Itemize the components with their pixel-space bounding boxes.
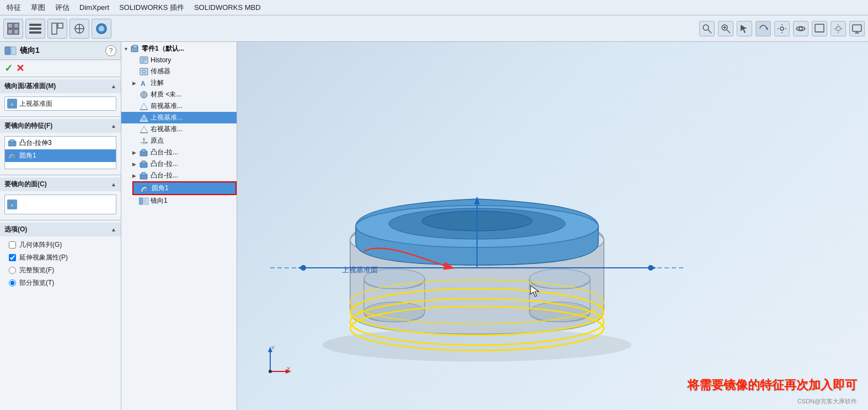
root-label: 零件1（默认... [142, 44, 184, 53]
svg-point-13 [99, 26, 104, 31]
svg-marker-53 [140, 103, 148, 110]
options-header[interactable]: 选项(O) ▲ [0, 223, 121, 236]
right-plane-icon [139, 125, 149, 134]
faces-section: 要镜向的面(C) ▲ [0, 175, 121, 220]
features-section: 要镜向的特征(F) ▲ 凸台-拉伸3 [0, 116, 121, 175]
viewport[interactable]: 上视基准面 将需要镜像的特征再次加入即可 CSDN@完客大厚软件 Y X [237, 42, 868, 410]
boss2-arrow: ▶ [132, 161, 139, 167]
boss-icon-0 [8, 139, 17, 147]
options-content: 几何体阵列(G) 延伸视象属性(P) 完整预览(F) 部分预览(T) [0, 236, 121, 292]
toolbar-pointer-btn[interactable] [737, 21, 752, 36]
feature-item-0[interactable]: 凸台-拉伸3 [5, 137, 116, 149]
mirror-face-value: 上视基准面 [19, 99, 52, 109]
features-label: 要镜向的特征(F) [4, 121, 52, 131]
action-bar: ✓ ✕ [0, 60, 121, 77]
svg-rect-70 [139, 198, 143, 204]
tree-boss-1[interactable]: ▶ 凸台-拉... [121, 147, 237, 158]
features-header[interactable]: 要镜向的特征(F) ▲ [0, 119, 121, 133]
tree-fillet-wrapper: 圆角1 [121, 181, 237, 195]
tree-boss-3[interactable]: ▶ 凸台-拉... [121, 170, 237, 181]
toolbar-crosshair-btn[interactable] [69, 19, 89, 39]
feature-item-1[interactable]: 圆角1 [5, 149, 116, 162]
toolbar-list-btn[interactable] [25, 19, 45, 39]
svg-rect-34 [5, 47, 10, 55]
svg-rect-6 [29, 31, 41, 34]
radio-label-1: 部分预览(T) [19, 278, 54, 288]
tree-sensors[interactable]: 传感器 [121, 66, 237, 77]
menu-evaluate[interactable]: 评估 [51, 2, 74, 14]
svg-rect-39 [10, 139, 14, 142]
features-content: 凸台-拉伸3 圆角1 [0, 133, 121, 172]
material-icon [139, 90, 149, 99]
faces-field[interactable] [4, 195, 116, 214]
tree-right-plane[interactable]: 右视基准... [121, 123, 237, 135]
annotation-text: 将需要镜像的特征再次加入即可 [687, 377, 857, 393]
svg-point-23 [799, 27, 802, 30]
svg-marker-55 [140, 115, 148, 121]
svg-rect-36 [11, 47, 16, 55]
options-section: 选项(O) ▲ 几何体阵列(G) 延伸视象属性(P) 完整预览(F) [0, 220, 121, 294]
mirror-tree-icon [139, 197, 149, 206]
menu-sw-mbd[interactable]: SOLIDWORKS MBD [190, 2, 265, 13]
checkbox-label-0: 几何体阵列(G) [19, 240, 62, 250]
tree-top-plane[interactable]: 上视基准... [121, 112, 237, 123]
radio-row-0: 完整预览(F) [4, 264, 116, 277]
toolbar-rotate-btn[interactable] [756, 21, 771, 36]
toolbar-view-btn[interactable] [47, 19, 67, 39]
svg-text:上视基准面: 上视基准面 [342, 266, 378, 274]
feature-name-1: 圆角1 [19, 151, 36, 160]
cancel-button[interactable]: ✕ [16, 62, 24, 74]
panel-title: 镜向1 [20, 46, 40, 56]
toolbar-circle-btn[interactable] [92, 19, 111, 39]
svg-marker-41 [9, 202, 15, 207]
mirror-face-field[interactable]: 上视基准面 [4, 96, 116, 111]
faces-header[interactable]: 要镜向的面(C) ▲ [0, 177, 121, 191]
confirm-button[interactable]: ✓ [4, 62, 13, 74]
menu-sketch[interactable]: 草图 [26, 2, 50, 14]
checkbox-extend-visual[interactable] [9, 254, 16, 261]
right-plane-label: 右视基准... [151, 125, 183, 134]
copyright-text: CSDN@完客大厚软件 [797, 397, 857, 406]
tree-origin[interactable]: 原点 [121, 135, 237, 147]
tree-boss-2[interactable]: ▶ 凸台-拉... [121, 158, 237, 170]
checkbox-geo-array[interactable] [9, 241, 16, 249]
tree-material[interactable]: 材质 <未... [121, 89, 237, 100]
toolbar-zoom-btn[interactable] [718, 21, 733, 36]
axis-indicator: Y X [259, 344, 292, 377]
menu-features[interactable]: 特征 [2, 2, 25, 14]
annotation-label: 注解 [151, 78, 164, 88]
svg-text:A: A [141, 80, 146, 87]
tree-annotation[interactable]: ▶ A 注解 [121, 77, 237, 89]
main-content: 镜向1 ? ✓ ✕ 镜向面/基准面(M) ▲ 上视基准面 [0, 42, 868, 410]
help-button[interactable]: ? [105, 45, 116, 56]
mirror-face-arrow: ▲ [111, 83, 116, 89]
svg-marker-96 [298, 265, 304, 271]
tree-front-plane[interactable]: 前视基准... [121, 100, 237, 112]
svg-rect-7 [52, 23, 57, 34]
toolbar-settings-btn[interactable] [774, 21, 790, 36]
toolbar-monitor-btn[interactable] [849, 21, 865, 36]
svg-rect-3 [14, 29, 19, 34]
tree-fillet[interactable]: 圆角1 [132, 181, 237, 195]
boss3-icon [139, 171, 149, 180]
radio-full-preview[interactable] [9, 267, 16, 274]
menu-dimxpert[interactable]: DimXpert [75, 2, 114, 13]
tree-history[interactable]: History [121, 55, 237, 66]
menu-sw-addins[interactable]: SOLIDWORKS 插件 [115, 2, 189, 14]
toolbar-search-btn[interactable] [699, 21, 715, 36]
tree-root[interactable]: ▼ 零件1（默认... [121, 43, 237, 55]
svg-rect-48 [140, 68, 148, 75]
radio-partial-preview[interactable] [9, 279, 16, 287]
faces-arrow: ▲ [111, 181, 116, 187]
toolbar-display-btn[interactable] [812, 21, 827, 36]
svg-line-17 [727, 30, 730, 33]
svg-marker-94 [650, 265, 656, 271]
tree-mirror[interactable]: 镜向1 [121, 195, 237, 207]
toolbar-light-btn[interactable] [831, 21, 846, 36]
toolbar-eye-btn[interactable] [793, 21, 808, 36]
mirror-face-header[interactable]: 镜向面/基准面(M) ▲ [0, 79, 121, 93]
toolbar-grid-btn[interactable] [3, 19, 23, 39]
sensors-label: 传感器 [151, 67, 170, 76]
radio-row-1: 部分预览(T) [4, 277, 116, 289]
mirror-face-section: 镜向面/基准面(M) ▲ 上视基准面 [0, 77, 121, 116]
